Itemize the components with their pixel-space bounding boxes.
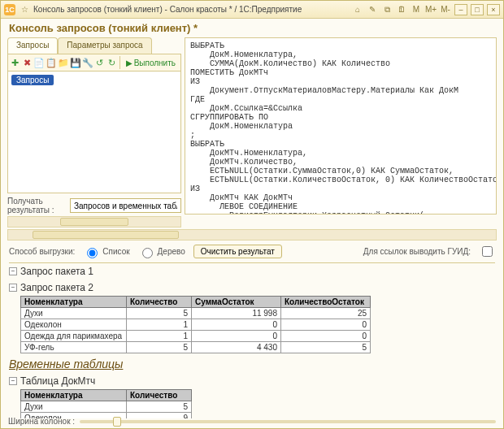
close-button[interactable]: × <box>487 4 500 15</box>
options-row: Способ выгрузки: Список Дерево Очистить … <box>1 240 503 262</box>
result-table-temp: НоменклатураКоличествоДухи5Одеколон9Одеж… <box>20 389 192 418</box>
minimize-button[interactable]: – <box>454 4 467 15</box>
temp-tables-heading: Временные таблицы <box>9 357 495 371</box>
run-label: Выполнить <box>134 58 176 67</box>
maximize-button[interactable]: □ <box>471 4 484 15</box>
page-title: Консоль запросов (тонкий клиент) * <box>1 19 503 36</box>
tab-requests[interactable]: Запросы <box>7 37 58 54</box>
query-editor[interactable]: ВЫБРАТЬ ДокМ.Номенклатура, СУММА(ДокМ.Ко… <box>185 37 497 214</box>
redo-icon[interactable]: ↻ <box>106 55 116 70</box>
settings-icon[interactable]: 🔧 <box>82 55 93 70</box>
edit-icon[interactable]: ✎ <box>367 4 378 15</box>
delete-icon[interactable]: ✖ <box>21 55 32 70</box>
guid-label: Для ссылок выводить ГУИД: <box>363 247 471 256</box>
undo-icon[interactable]: ↺ <box>94 55 105 70</box>
app-icon: 1C <box>4 4 15 15</box>
collapse-icon[interactable]: − <box>9 284 17 292</box>
mplus-icon[interactable]: M+ <box>425 4 437 15</box>
new-icon[interactable]: 📄 <box>33 55 45 70</box>
query-tree[interactable]: Запросы <box>7 72 181 193</box>
clear-result-button[interactable]: Очистить результат <box>193 245 282 258</box>
column-width-slider: Ширина колонок : <box>8 417 496 426</box>
tab-params[interactable]: Параметры запроса <box>58 37 151 54</box>
play-icon: ▶ <box>126 58 133 67</box>
mminus-icon[interactable]: M- <box>440 4 451 15</box>
left-pane: Запросы Параметры запроса ✚ ✖ 📄 📋 📁 💾 🔧 … <box>7 37 181 228</box>
m-icon[interactable]: M <box>411 4 422 15</box>
radio-list[interactable]: Список <box>83 245 129 258</box>
collapse-icon[interactable]: − <box>9 267 17 275</box>
slider-track[interactable] <box>80 420 496 423</box>
package1-header[interactable]: − Запрос пакета 1 <box>9 265 495 278</box>
results-area: − Запрос пакета 1 − Запрос пакета 2 Номе… <box>9 262 495 418</box>
add-icon[interactable]: ✚ <box>10 55 20 70</box>
radio-tree[interactable]: Дерево <box>138 245 185 258</box>
copy-icon[interactable]: ⧉ <box>381 4 393 15</box>
titlebar: 1C ☆ Консоль запросов (тонкий клиент) - … <box>1 1 503 19</box>
collapse-icon[interactable]: − <box>9 377 17 385</box>
slider-label: Ширина колонок : <box>8 417 75 426</box>
home-icon[interactable]: ⌂ <box>352 4 363 15</box>
tree-root-item[interactable]: Запросы <box>11 75 54 85</box>
guid-checkbox[interactable] <box>482 246 493 257</box>
mode-label: Способ выгрузки: <box>9 247 75 256</box>
open-icon[interactable]: 📁 <box>58 55 69 70</box>
run-button[interactable]: ▶ Выполнить <box>123 55 179 70</box>
receive-input[interactable] <box>70 198 181 213</box>
slider-thumb[interactable] <box>113 417 121 427</box>
save-icon[interactable]: 💾 <box>70 55 81 70</box>
package2-header[interactable]: − Запрос пакета 2 <box>9 281 495 294</box>
receive-label: Получать результаты : <box>7 197 67 214</box>
tabs: Запросы Параметры запроса <box>7 37 181 54</box>
calendar-icon[interactable]: 🗓 <box>396 4 407 15</box>
temp-table-header[interactable]: − Таблица ДокМтч <box>9 375 495 388</box>
result-table-main: НоменклатураКоличествоСуммаОстатокКоличе… <box>20 296 371 353</box>
window-title: Консоль запросов (тонкий клиент) - Салон… <box>33 5 302 14</box>
copy-tb-icon[interactable]: 📋 <box>46 55 57 70</box>
left-hscroll[interactable] <box>7 216 181 228</box>
code-hscroll[interactable] <box>7 229 497 240</box>
star-icon[interactable]: ☆ <box>19 4 30 15</box>
toolbar: ✚ ✖ 📄 📋 📁 💾 🔧 ↺ ↻ ▶ Выполнить <box>7 54 181 72</box>
